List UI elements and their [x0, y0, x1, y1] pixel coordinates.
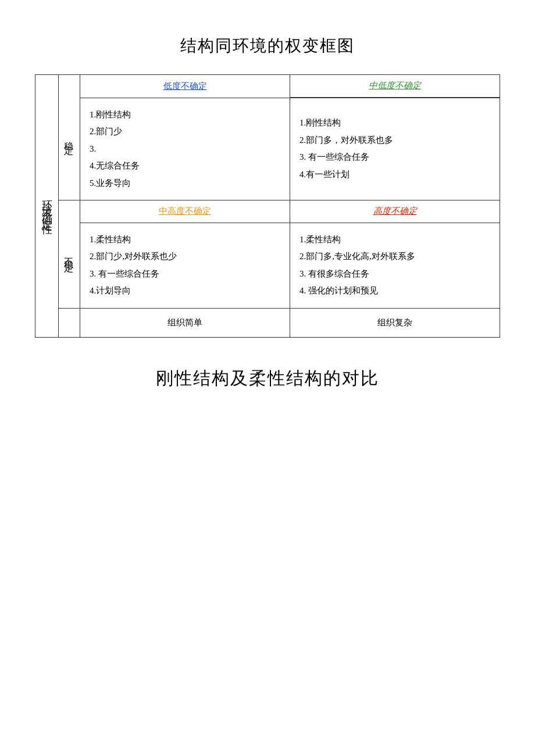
q3-content: 1.柔性结构 2.部门少,对外联系也少 3. 有一些综合任务 4.计划导向 — [80, 223, 290, 308]
q3-item-4: 4.计划导向 — [90, 284, 280, 299]
q2-item-4: 4.有一些计划 — [299, 167, 490, 182]
q2-item-3: 3. 有一些综合任务 — [299, 150, 490, 165]
q4-header-cell: 高度不确定 — [290, 200, 500, 223]
q2-header-cell: 中低度不确定 — [290, 75, 500, 98]
q3-item-2: 2.部门少,对外联系也少 — [90, 249, 280, 264]
q1-item-3: 3. — [90, 142, 280, 157]
q3-header: 中高度不确定 — [159, 206, 211, 216]
unstable-label: 不稳定 — [64, 250, 74, 257]
q2-content: 1.刚性结构 2.部门多，对外联系也多 3. 有一些综合任务 4.有一些计划 — [290, 98, 500, 200]
q1-item-1: 1.刚性结构 — [90, 108, 280, 123]
q4-item-1: 1.柔性结构 — [299, 232, 490, 248]
outer-row-header: 环境不确定性 — [35, 75, 59, 338]
q4-header: 高度不确定 — [373, 206, 417, 216]
stable-header: 稳定 — [59, 75, 80, 200]
q4-item-2: 2.部门多,专业化高,对外联系多 — [299, 249, 490, 264]
q1-item-5: 5.业务导向 — [90, 176, 280, 191]
main-table: 环境不确定性 稳定 低度不确定 中低度不确定 1.刚性结构 2.部门少 3. 4… — [35, 74, 500, 338]
second-title: 刚性结构及柔性结构的对比 — [35, 367, 500, 390]
bottom-left-empty — [59, 308, 80, 338]
env-uncertainty-label: 环境不确定性 — [41, 192, 53, 220]
q1-header: 低度不确定 — [80, 75, 290, 98]
q2-item-1: 1.刚性结构 — [299, 116, 490, 131]
stable-label: 稳定 — [64, 134, 74, 141]
q4-content: 1.柔性结构 2.部门多,专业化高,对外联系多 3. 有很多综合任务 4. 强化… — [290, 223, 500, 308]
q2-header: 中低度不确定 — [369, 81, 421, 90]
col-simple-label: 组织简单 — [80, 308, 290, 338]
q1-item-2: 2.部门少 — [90, 124, 280, 139]
q4-item-3: 3. 有很多综合任务 — [299, 267, 490, 282]
q1-item-4: 4.无综合任务 — [90, 159, 280, 174]
q3-item-1: 1.柔性结构 — [90, 232, 280, 248]
col-complex-label: 组织复杂 — [290, 308, 500, 338]
q1-content: 1.刚性结构 2.部门少 3. 4.无综合任务 5.业务导向 — [80, 98, 290, 200]
unstable-header: 不稳定 — [59, 200, 80, 309]
q3-header-cell: 中高度不确定 — [80, 200, 290, 223]
page-title: 结构同环境的权变框图 — [35, 35, 500, 57]
q3-item-3: 3. 有一些综合任务 — [90, 267, 280, 282]
q2-item-2: 2.部门多，对外联系也多 — [299, 133, 490, 148]
q4-item-4: 4. 强化的计划和预见 — [299, 284, 490, 299]
